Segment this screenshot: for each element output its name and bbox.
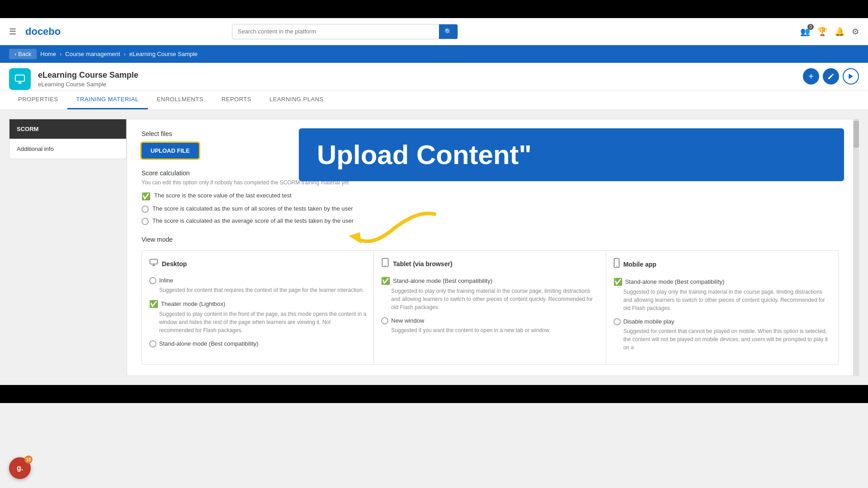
course-info: eLearning Course Sample eLearning Course… <box>38 70 859 88</box>
mobile-standalone-option[interactable]: ✅ Stand-alone mode (Best compatibility) … <box>613 277 831 312</box>
back-button[interactable]: ‹ Back <box>9 49 37 59</box>
tablet-newwindow-desc: Suggested if you want the content to ope… <box>391 326 598 334</box>
score-option-last[interactable]: ✅ The score is the score value of the la… <box>142 192 839 201</box>
left-sidebar: SCORM Additional info <box>9 119 127 376</box>
radio-checked-icon: ✅ <box>142 192 151 201</box>
bell-icon[interactable]: 🔔 <box>835 27 844 37</box>
desktop-theater-title: ✅ Theater mode (Lightbox) <box>149 300 366 308</box>
header: ☰ docebo 🔍 👥0 🏆 🔔 ⚙ <box>0 18 868 45</box>
upload-file-button[interactable]: UPLOAD FILE <box>142 143 199 159</box>
radio-unchecked-icon-2 <box>142 218 149 225</box>
tablet-standalone-desc: Suggested to play only the training mate… <box>391 287 598 311</box>
trophy-icon[interactable]: 🏆 <box>817 27 827 37</box>
mobile-disable-radio <box>613 318 621 325</box>
breadcrumb-home[interactable]: Home <box>40 51 56 57</box>
tablet-label: Tablet (via browser) <box>393 260 452 267</box>
breadcrumb-course-management[interactable]: Course management <box>65 51 120 57</box>
content-area: Upload Content" Select files UPLOAD FILE… <box>127 119 854 376</box>
desktop-theater-option[interactable]: ✅ Theater mode (Lightbox) Suggested to p… <box>149 300 366 334</box>
search-button[interactable]: 🔍 <box>439 24 458 39</box>
users-icon[interactable]: 👥0 <box>800 27 810 37</box>
gear-icon[interactable]: ⚙ <box>852 27 859 37</box>
search-bar: 🔍 <box>232 24 458 39</box>
desktop-header: Desktop <box>149 258 366 269</box>
view-mode-title: View mode <box>142 236 839 243</box>
breadcrumb-sep-2: › <box>124 51 126 57</box>
desktop-col: Desktop Inline Suggested for content tha… <box>142 251 374 364</box>
tablet-newwindow-option[interactable]: New window Suggested if you want the con… <box>381 317 598 334</box>
users-badge: 0 <box>807 24 814 30</box>
course-header: eLearning Course Sample eLearning Course… <box>0 63 868 90</box>
mobile-standalone-desc: Suggested to play only the training mate… <box>623 288 831 312</box>
mobile-col: Mobile app ✅ Stand-alone mode (Best comp… <box>606 251 838 364</box>
search-input[interactable] <box>232 24 439 38</box>
tab-properties[interactable]: PROPERTIES <box>9 90 67 109</box>
tablet-newwindow-radio <box>381 317 388 324</box>
sidebar-section: SCORM Additional info <box>9 119 127 159</box>
logo-text: docebo <box>25 26 61 38</box>
tablet-newwindow-title: New window <box>381 317 598 324</box>
mobile-disable-desc: Suggested for content that cannot be pla… <box>623 327 831 352</box>
score-option-last-label: The score is the score value of the last… <box>154 192 292 199</box>
view-mode-grid: Desktop Inline Suggested for content tha… <box>142 250 839 365</box>
score-option-avg-label: The score is calculated as the average s… <box>152 217 354 224</box>
tablet-col: Tablet (via browser) ✅ Stand-alone mode … <box>374 251 606 364</box>
desktop-inline-title: Inline <box>149 277 366 284</box>
breadcrumb-bar: ‹ Back Home › Course management › eLearn… <box>0 45 868 63</box>
radio-unchecked-icon-1 <box>142 206 149 213</box>
breadcrumb-current: eLearning Course Sample <box>129 51 198 57</box>
scrollbar[interactable] <box>854 119 859 376</box>
mobile-disable-title: Disable mobile play <box>613 318 831 325</box>
desktop-standalone-option[interactable]: Stand-alone mode (Best compatibility) <box>149 340 366 347</box>
tablet-standalone-title: ✅ Stand-alone mode (Best compatibility) <box>381 277 598 285</box>
sidebar-item-scorm[interactable]: SCORM <box>9 119 126 139</box>
tablet-standalone-radio: ✅ <box>381 277 390 285</box>
tablet-header: Tablet (via browser) <box>381 258 598 269</box>
course-icon <box>9 68 31 90</box>
tablet-standalone-option[interactable]: ✅ Stand-alone mode (Best compatibility) … <box>381 277 598 311</box>
score-option-sum[interactable]: The score is calculated as the sum of al… <box>142 205 839 213</box>
tab-training-material[interactable]: TRAINING MATERIAL <box>67 90 148 109</box>
desktop-inline-desc: Suggested for content that requires the … <box>159 286 366 294</box>
preview-button[interactable] <box>843 68 859 84</box>
tab-reports[interactable]: REPORTS <box>212 90 260 109</box>
mobile-standalone-radio: ✅ <box>613 277 623 286</box>
svg-rect-0 <box>15 75 24 81</box>
main-content: SCORM Additional info Upload Content" Se… <box>0 110 868 385</box>
course-title: eLearning Course Sample <box>38 70 859 80</box>
course-header-actions: + <box>803 68 859 84</box>
desktop-standalone-title: Stand-alone mode (Best compatibility) <box>149 340 366 347</box>
mobile-disable-option[interactable]: Disable mobile play Suggested for conten… <box>613 318 831 352</box>
desktop-theater-desc: Suggested to play content in the front o… <box>159 310 366 334</box>
score-option-avg[interactable]: The score is calculated as the average s… <box>142 217 839 225</box>
bottom-bar <box>0 385 868 403</box>
desktop-icon <box>149 258 158 269</box>
logo: docebo <box>25 26 61 38</box>
add-button[interactable]: + <box>803 68 819 84</box>
upload-banner-text: Upload Content" <box>317 139 826 170</box>
desktop-inline-radio <box>149 277 156 284</box>
course-subtitle: eLearning Course Sample <box>38 81 859 88</box>
upload-banner: Upload Content" <box>299 128 844 181</box>
mobile-icon <box>613 258 620 270</box>
view-mode-section: View mode Desktop Inline <box>142 236 839 365</box>
desktop-standalone-radio <box>149 340 156 347</box>
top-bar <box>0 0 868 18</box>
tablet-icon <box>381 258 389 269</box>
nav-tabs: PROPERTIES TRAINING MATERIAL ENROLLMENTS… <box>0 90 868 110</box>
tab-enrollments[interactable]: ENROLLMENTS <box>148 90 212 109</box>
scrollbar-thumb[interactable] <box>854 121 859 148</box>
score-option-sum-label: The score is calculated as the sum of al… <box>152 205 353 212</box>
tab-learning-plans[interactable]: LEARNING PLANS <box>260 90 333 109</box>
mobile-standalone-title: ✅ Stand-alone mode (Best compatibility) <box>613 277 831 286</box>
breadcrumb-sep-1: › <box>60 51 61 57</box>
mobile-header: Mobile app <box>613 258 831 270</box>
sidebar-item-additional-info[interactable]: Additional info <box>9 139 126 159</box>
header-left: ☰ docebo <box>9 26 61 38</box>
hamburger-icon[interactable]: ☰ <box>9 27 16 37</box>
mobile-label: Mobile app <box>623 261 656 268</box>
edit-button[interactable] <box>823 68 839 84</box>
svg-rect-5 <box>150 259 158 264</box>
desktop-inline-option[interactable]: Inline Suggested for content that requir… <box>149 277 366 294</box>
header-right: 👥0 🏆 🔔 ⚙ <box>800 27 859 37</box>
